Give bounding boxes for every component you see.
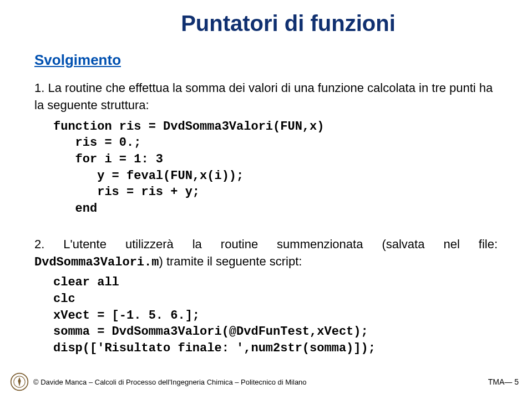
code-block-2: clear all clc xVect = [-1. 5. 6.]; somma…: [53, 274, 498, 356]
item2-text-a: L'utente utilizzerà la routine summenzio…: [44, 237, 498, 251]
code1-line1: function ris = DvdSomma3Valori(FUN,x): [53, 120, 324, 134]
code1-line5: ris = ris + y;: [53, 185, 200, 199]
footer-slide-number: TMA— 5: [488, 377, 519, 386]
code1-line2: ris = 0.;: [53, 136, 141, 150]
logo-icon: [10, 372, 29, 391]
code1-line6: end: [53, 202, 97, 216]
item2-num: 2.: [34, 237, 44, 251]
list-item-1: 1. La routine che effettua la somma dei …: [34, 80, 498, 114]
item2-text-b: ) tramite il seguente script:: [159, 254, 302, 268]
footer: © Davide Manca – Calcoli di Processo del…: [10, 372, 519, 391]
footer-copyright: © Davide Manca – Calcoli di Processo del…: [33, 378, 488, 386]
code2-line5: disp(['Risultato finale: ',num2str(somma…: [53, 341, 376, 355]
code2-line3: xVect = [-1. 5. 6.];: [53, 309, 200, 323]
code-block-1: function ris = DvdSomma3Valori(FUN,x) ri…: [53, 119, 498, 217]
code1-line4: y = feval(FUN,x(i));: [53, 169, 244, 183]
list-item-2: 2. L'utente utilizzerà la routine summen…: [34, 236, 498, 272]
item1-text: La routine che effettua la somma dei val…: [34, 81, 493, 112]
section-heading: Svolgimento: [34, 52, 498, 69]
code2-line2: clc: [53, 292, 75, 306]
slide-title: Puntatori di funzioni: [79, 11, 498, 36]
code1-line3: for i = 1: 3: [53, 152, 163, 166]
item2-filename: DvdSomma3Valori.m: [34, 255, 159, 269]
code2-line1: clear all: [53, 275, 119, 289]
code2-line4: somma = DvdSomma3Valori(@DvdFunTest,xVec…: [53, 325, 368, 339]
item1-num: 1.: [34, 81, 44, 95]
